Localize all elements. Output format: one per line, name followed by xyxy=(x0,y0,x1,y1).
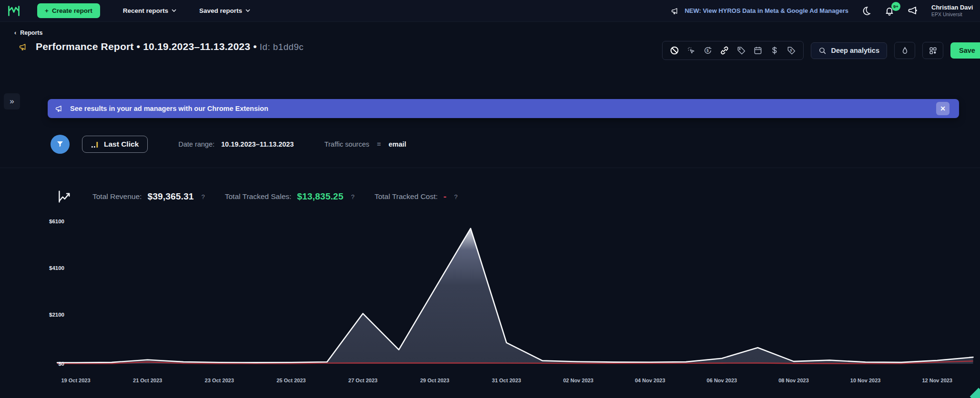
widgets-button[interactable] xyxy=(922,42,943,59)
y-tick-label: $2100 xyxy=(49,312,64,318)
svg-text:$: $ xyxy=(790,49,792,52)
x-tick-label: 08 Nov 2023 xyxy=(778,378,809,383)
total-tracked-sales-value: $13,835.25 xyxy=(297,191,343,202)
total-tracked-cost-stat: Total Tracked Cost: - ? xyxy=(375,191,458,202)
x-tick-label: 25 Oct 2023 xyxy=(276,378,306,383)
user-name: Christian Davi xyxy=(931,4,980,11)
x-tick-label: 19 Oct 2023 xyxy=(61,378,90,383)
price-tag-dollar-icon[interactable]: $ xyxy=(785,44,797,57)
x-tick-label: 12 Nov 2023 xyxy=(922,378,952,383)
hyros-dashboard: + Create report Recent reports Saved rep… xyxy=(0,0,980,398)
x-tick-label: 21 Oct 2023 xyxy=(133,378,162,383)
report-toolbar: $ xyxy=(662,41,980,60)
user-org: EPX Universit xyxy=(931,11,980,18)
announcement-icon xyxy=(19,42,28,51)
promo-link[interactable]: NEW: View HYROS Data in Meta & Google Ad… xyxy=(671,7,848,15)
revenue-area-fill xyxy=(57,229,973,364)
create-report-label: Create report xyxy=(52,7,92,14)
x-tick-label: 31 Oct 2023 xyxy=(492,378,521,383)
top-nav-right: NEW: View HYROS Data in Meta & Google Ad… xyxy=(671,4,980,18)
y-tick-label: $0 xyxy=(58,361,64,367)
create-report-button[interactable]: + Create report xyxy=(37,3,100,18)
notifications-button[interactable]: 9+ xyxy=(884,5,895,17)
export-button[interactable] xyxy=(894,42,915,59)
hide-icon[interactable] xyxy=(668,44,681,57)
x-tick-label: 02 Nov 2023 xyxy=(563,378,593,383)
date-range-value[interactable]: 10.19.2023–11.13.2023 xyxy=(221,140,294,148)
total-tracked-sales-label: Total Tracked Sales: xyxy=(225,192,292,201)
y-tick-label: $6100 xyxy=(49,219,64,224)
magnifier-icon xyxy=(818,47,827,55)
refund-dollar-icon[interactable]: $ xyxy=(702,44,714,57)
megaphone-icon xyxy=(908,5,919,17)
link-icon[interactable] xyxy=(718,44,731,57)
page-title: Performance Report • 10.19.2023–11.13.20… xyxy=(36,41,304,52)
apps-grid-icon xyxy=(929,46,938,55)
close-icon: ✕ xyxy=(940,105,946,112)
y-tick-label: $4100 xyxy=(49,265,64,271)
deep-analytics-button[interactable]: Deep analytics xyxy=(811,42,887,59)
chart-canvas: $0$2100$4100$610019 Oct 202321 Oct 20232… xyxy=(29,214,980,395)
chevron-down-icon xyxy=(172,9,176,12)
announcements-button[interactable] xyxy=(908,5,919,17)
saved-reports-menu[interactable]: Saved reports xyxy=(199,7,250,14)
report-header: ‹ Reports Performance Report • 10.19.202… xyxy=(0,28,980,52)
notification-badge: 9+ xyxy=(891,2,900,11)
megaphone-icon xyxy=(55,104,64,113)
breadcrumb[interactable]: ‹ Reports xyxy=(14,30,42,36)
droplet-icon xyxy=(900,46,909,55)
filter-button[interactable] xyxy=(51,135,70,154)
funnel-icon xyxy=(56,140,64,149)
revenue-line xyxy=(57,229,973,363)
sidebar-expand-button[interactable]: » xyxy=(4,93,20,109)
total-revenue-label: Total Revenue: xyxy=(92,192,142,201)
total-tracked-cost-label: Total Tracked Cost: xyxy=(375,192,438,201)
breadcrumb-label: Reports xyxy=(20,30,42,36)
mini-bars-icon xyxy=(91,141,99,148)
help-icon[interactable]: ? xyxy=(202,193,205,200)
total-tracked-cost-value: - xyxy=(443,191,447,202)
total-tracked-sales-stat: Total Tracked Sales: $13,835.25 ? xyxy=(225,191,355,202)
dark-mode-toggle[interactable] xyxy=(861,6,871,16)
top-nav: + Create report Recent reports Saved rep… xyxy=(0,0,980,22)
chrome-extension-banner: See results in your ad managers with our… xyxy=(48,99,959,118)
x-tick-label: 23 Oct 2023 xyxy=(205,378,234,383)
tag-icon[interactable] xyxy=(735,44,747,57)
x-tick-label: 27 Oct 2023 xyxy=(348,378,378,383)
dollar-icon[interactable] xyxy=(768,44,781,57)
calendar-icon[interactable] xyxy=(752,44,764,57)
traffic-operator: = xyxy=(377,140,381,148)
promo-text: NEW: View HYROS Data in Meta & Google Ad… xyxy=(684,7,848,14)
attribution-model-button[interactable]: Last Click xyxy=(82,136,148,153)
report-tool-group: $ xyxy=(662,41,804,60)
megaphone-icon xyxy=(671,7,680,15)
svg-text:$: $ xyxy=(707,48,709,53)
help-icon[interactable]: ? xyxy=(351,193,354,200)
save-button[interactable]: Save xyxy=(950,42,980,59)
totals-bar: Total Revenue: $39,365.31 ? Total Tracke… xyxy=(56,189,458,205)
recent-reports-menu[interactable]: Recent reports xyxy=(123,7,176,14)
back-chevron-icon: ‹ xyxy=(14,30,16,36)
cursor-click-icon[interactable] xyxy=(685,44,697,57)
traffic-value[interactable]: email xyxy=(388,140,406,148)
date-range-label: Date range: xyxy=(178,140,214,148)
section-divider xyxy=(0,168,980,168)
revenue-area-chart[interactable]: $0$2100$4100$610019 Oct 202321 Oct 20232… xyxy=(29,214,980,395)
chevron-down-icon xyxy=(245,9,250,12)
x-tick-label: 10 Nov 2023 xyxy=(850,378,881,383)
report-id: Id: b1dd9c xyxy=(260,42,304,52)
filter-bar: Last Click Date range: 10.19.2023–11.13.… xyxy=(51,135,406,154)
user-menu[interactable]: Christian Davi EPX Universit xyxy=(931,4,980,18)
x-tick-label: 06 Nov 2023 xyxy=(707,378,737,383)
banner-text: See results in your ad managers with our… xyxy=(70,105,268,112)
hyros-logo-icon[interactable] xyxy=(7,4,21,18)
x-tick-label: 29 Oct 2023 xyxy=(420,378,449,383)
banner-close-button[interactable]: ✕ xyxy=(936,102,949,115)
traffic-sources-label: Traffic sources xyxy=(324,140,369,148)
moon-icon xyxy=(861,6,871,16)
total-revenue-stat: Total Revenue: $39,365.31 ? xyxy=(92,191,205,202)
total-revenue-value: $39,365.31 xyxy=(147,191,194,202)
help-icon[interactable]: ? xyxy=(454,193,458,200)
plus-icon: + xyxy=(45,7,49,14)
line-chart-icon xyxy=(56,189,72,205)
